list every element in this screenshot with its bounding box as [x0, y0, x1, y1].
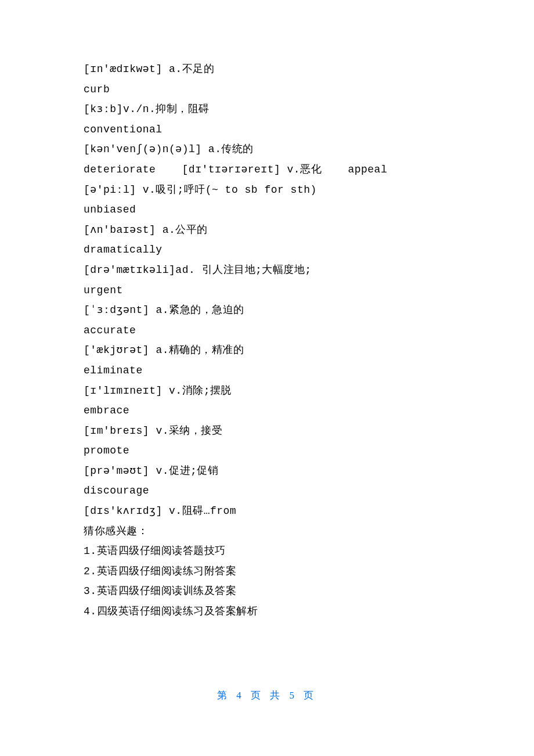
text-line: urgent — [84, 280, 455, 301]
text-line: [ɪn'ædɪkwət] a.不足的 — [84, 59, 455, 80]
document-body: [ɪn'ædɪkwət] a.不足的 curb [kɜːb]v./n.抑制，阻碍… — [84, 59, 455, 622]
text-line: accurate — [84, 321, 455, 341]
text-line: [ˈɜːdʒənt] a.紧急的，急迫的 — [84, 300, 455, 321]
text-line: dramatically — [84, 240, 455, 260]
text-line: [ʌn'baɪəst] a.公平的 — [84, 220, 455, 240]
text-line: [ɪm'breɪs] v.采纳，接受 — [84, 421, 455, 441]
text-line: [dɪs'kʌrɪdʒ] v.阻碍…from — [84, 501, 455, 521]
text-line: 猜你感兴趣： — [84, 521, 455, 542]
text-line: 4.四级英语仔细阅读练习及答案解析 — [84, 602, 455, 622]
text-line: 2.英语四级仔细阅读练习附答案 — [84, 561, 455, 582]
text-line: unbiased — [84, 200, 455, 220]
text-line: eliminate — [84, 361, 455, 381]
text-line: 1.英语四级仔细阅读答题技巧 — [84, 541, 455, 561]
text-line: discourage — [84, 481, 455, 501]
text-line: ['ækjʊrət] a.精确的，精准的 — [84, 340, 455, 361]
text-line: [prə'məʊt] v.促进;促销 — [84, 461, 455, 481]
text-line: conventional — [84, 120, 455, 140]
document-page: [ɪn'ædɪkwət] a.不足的 curb [kɜːb]v./n.抑制，阻碍… — [0, 0, 534, 756]
text-line: deteriorate [dɪ'tɪərɪəreɪt] v.恶化 appeal — [84, 160, 455, 180]
page-footer: 第 4 页 共 5 页 — [0, 689, 534, 702]
text-line: embrace — [84, 401, 455, 421]
text-line: [kən'venʃ(ə)n(ə)l] a.传统的 — [84, 139, 455, 160]
text-line: [ə'piːl] v.吸引;呼吁(~ to sb for sth) — [84, 180, 455, 200]
text-line: promote — [84, 441, 455, 461]
text-line: 3.英语四级仔细阅读训练及答案 — [84, 581, 455, 602]
text-line: [ɪ'lɪmɪneɪt] v.消除;摆脱 — [84, 381, 455, 401]
text-line: [drə'mætɪkəli]ad. 引人注目地;大幅度地; — [84, 260, 455, 280]
text-line: curb — [84, 80, 455, 100]
text-line: [kɜːb]v./n.抑制，阻碍 — [84, 99, 455, 120]
